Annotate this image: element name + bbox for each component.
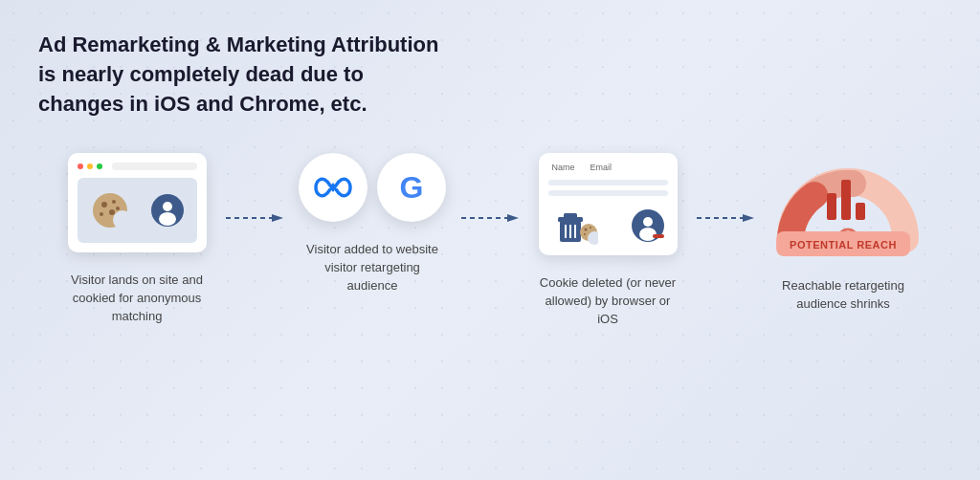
- gauge-area: POTENTIAL REACH: [776, 153, 910, 258]
- step-3-visual: Name Email: [519, 153, 697, 255]
- svg-point-8: [163, 202, 172, 211]
- step-4-visual: POTENTIAL REACH: [754, 153, 932, 258]
- svg-point-28: [639, 228, 657, 241]
- browser-card: [68, 153, 207, 252]
- svg-rect-16: [564, 213, 577, 218]
- google-logo-circle: G: [377, 153, 446, 222]
- flow-section: Visitor lands on site and cookied for an…: [38, 153, 942, 329]
- form-label-email: Email: [590, 163, 612, 172]
- svg-rect-34: [841, 180, 851, 220]
- step-3: Name Email: [519, 153, 697, 329]
- reach-container: POTENTIAL REACH: [776, 153, 910, 258]
- trash-cookie-icon: [552, 207, 598, 246]
- step-4: POTENTIAL REACH Reachable retargeting au…: [754, 153, 932, 314]
- step-4-caption: Reachable retargeting audience shrinks: [774, 277, 913, 314]
- svg-point-21: [584, 229, 587, 231]
- arrow-1-svg: [226, 210, 283, 226]
- svg-rect-29: [653, 234, 664, 238]
- browser-top-bar: [78, 163, 197, 170]
- svg-marker-31: [743, 214, 754, 222]
- form-field-line-2: [548, 190, 668, 196]
- step-1-caption: Visitor lands on site and cookied for an…: [68, 272, 207, 326]
- headline: Ad Remarketing & Marketing Attribution i…: [38, 31, 440, 119]
- form-fields: [548, 180, 668, 196]
- svg-rect-33: [827, 193, 836, 220]
- browser-content: [78, 178, 197, 243]
- browser-dot-yellow: [87, 164, 93, 169]
- reach-badge: POTENTIAL REACH: [776, 231, 910, 256]
- step-1-visual: [48, 153, 226, 252]
- svg-marker-13: [507, 214, 519, 222]
- form-label-name: Name: [552, 163, 575, 172]
- svg-point-2: [112, 200, 116, 204]
- svg-marker-11: [272, 214, 283, 222]
- svg-point-5: [116, 207, 120, 210]
- person-minus-icon: [632, 209, 664, 244]
- svg-point-4: [109, 209, 115, 215]
- svg-point-23: [584, 233, 586, 235]
- arrow-2: [461, 210, 519, 226]
- step-3-caption: Cookie deleted (or never allowed) by bro…: [539, 274, 678, 329]
- arrow-1: [226, 210, 283, 226]
- form-header: Name Email: [548, 163, 668, 172]
- reach-badge-text: POTENTIAL REACH: [790, 239, 897, 251]
- arrow-2-svg: [461, 210, 519, 226]
- svg-point-9: [159, 212, 176, 226]
- step-2-visual: G: [283, 153, 461, 222]
- person-icon: [151, 194, 184, 227]
- svg-point-27: [643, 217, 653, 227]
- browser-dot-green: [97, 164, 102, 169]
- step-2-caption: Visitor added to website visitor retarge…: [303, 241, 442, 295]
- svg-point-1: [101, 202, 107, 207]
- step-2: G Visitor added to website visitor retar…: [283, 153, 461, 295]
- cookie-icon: [91, 191, 129, 229]
- form-card: Name Email: [539, 153, 678, 255]
- arrow-3-svg: [697, 210, 754, 226]
- browser-address-bar: [112, 163, 197, 170]
- browser-dot-red: [78, 164, 83, 169]
- arrow-3: [697, 210, 754, 226]
- google-g-letter: G: [400, 170, 424, 206]
- form-field-line-1: [548, 180, 668, 185]
- svg-rect-35: [856, 203, 865, 220]
- meta-icon: [312, 174, 354, 201]
- step-1: Visitor lands on site and cookied for an…: [48, 153, 226, 326]
- form-content: [548, 204, 668, 246]
- main-container: Ad Remarketing & Marketing Attribution i…: [0, 0, 980, 480]
- svg-point-22: [590, 227, 591, 229]
- meta-logo-circle: [299, 153, 368, 222]
- svg-point-3: [100, 212, 103, 216]
